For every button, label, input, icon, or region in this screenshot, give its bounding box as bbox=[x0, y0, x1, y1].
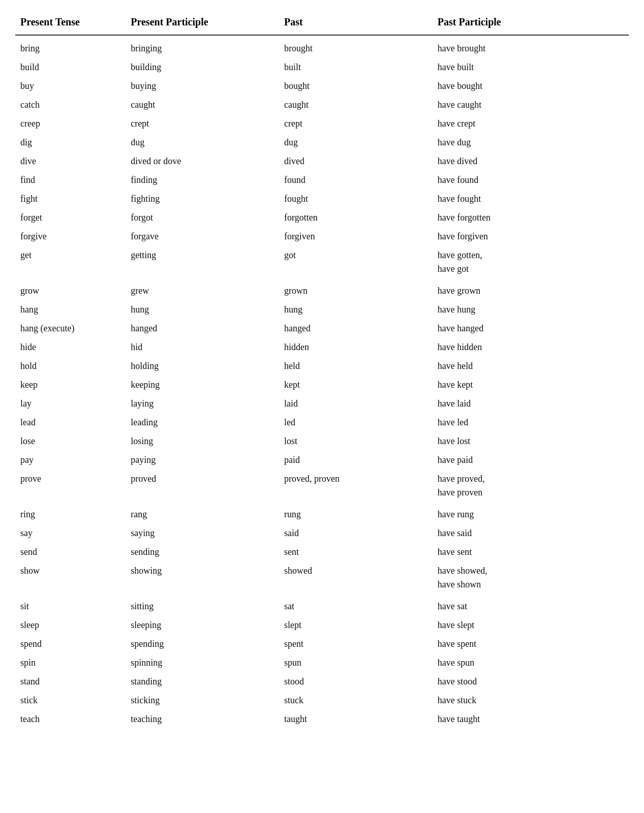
cell-participle: sitting bbox=[126, 597, 279, 616]
cell-participle: finding bbox=[126, 171, 279, 190]
table-row: keepkeepingkepthave kept bbox=[15, 376, 629, 394]
cell-participle: sticking bbox=[126, 691, 279, 710]
cell-participle: holding bbox=[126, 357, 279, 376]
cell-present: hold bbox=[15, 357, 126, 376]
table-row: forgiveforgaveforgivenhave forgiven bbox=[15, 227, 629, 246]
cell-present: lay bbox=[15, 394, 126, 413]
cell-pastpart: have proved,have proven bbox=[433, 470, 629, 502]
cell-past: built bbox=[279, 58, 433, 77]
table-row: sitsittingsathave sat bbox=[15, 597, 629, 616]
cell-participle: grew bbox=[126, 282, 279, 300]
table-row: saysayingsaidhave said bbox=[15, 524, 629, 543]
verb-table: Present Tense Present Participle Past Pa… bbox=[15, 10, 629, 729]
cell-present: keep bbox=[15, 376, 126, 394]
table-row: growgrewgrownhave grown bbox=[15, 282, 629, 300]
table-row: buybuyingboughthave bought bbox=[15, 77, 629, 96]
cell-present: stick bbox=[15, 691, 126, 710]
table-row: holdholdingheldhave held bbox=[15, 357, 629, 376]
cell-past: rung bbox=[279, 505, 433, 524]
cell-present: fight bbox=[15, 190, 126, 208]
cell-present: dig bbox=[15, 133, 126, 152]
cell-participle: losing bbox=[126, 432, 279, 451]
cell-past: grown bbox=[279, 282, 433, 300]
cell-present: dive bbox=[15, 152, 126, 171]
table-row: hang (execute)hangedhangedhave hanged bbox=[15, 319, 629, 338]
cell-pastpart: have paid bbox=[433, 451, 629, 470]
cell-pastpart: have spent bbox=[433, 635, 629, 653]
cell-pastpart: have hanged bbox=[433, 319, 629, 338]
cell-past: fought bbox=[279, 190, 433, 208]
table-row: catchcaughtcaughthave caught bbox=[15, 96, 629, 114]
header-present-participle: Present Participle bbox=[126, 10, 279, 35]
cell-past: got bbox=[279, 246, 433, 278]
cell-participle: standing bbox=[126, 672, 279, 691]
table-row: ringrangrunghave rung bbox=[15, 505, 629, 524]
cell-pastpart: have rung bbox=[433, 505, 629, 524]
cell-pastpart: have taught bbox=[433, 710, 629, 729]
cell-present: buy bbox=[15, 77, 126, 96]
cell-pastpart: have lost bbox=[433, 432, 629, 451]
table-row: findfindingfoundhave found bbox=[15, 171, 629, 190]
cell-past: dived bbox=[279, 152, 433, 171]
table-container: Present Tense Present Participle Past Pa… bbox=[0, 0, 644, 813]
table-row: stickstickingstuckhave stuck bbox=[15, 691, 629, 710]
cell-past: lost bbox=[279, 432, 433, 451]
cell-participle: laying bbox=[126, 394, 279, 413]
table-row: spinspinningspunhave spun bbox=[15, 653, 629, 672]
cell-pastpart: have fought bbox=[433, 190, 629, 208]
cell-pastpart: have forgiven bbox=[433, 227, 629, 246]
cell-participle: teaching bbox=[126, 710, 279, 729]
cell-participle: crept bbox=[126, 114, 279, 133]
cell-present: stand bbox=[15, 672, 126, 691]
cell-present: teach bbox=[15, 710, 126, 729]
cell-pastpart: have laid bbox=[433, 394, 629, 413]
cell-pastpart: have stood bbox=[433, 672, 629, 691]
cell-participle: hid bbox=[126, 338, 279, 357]
cell-pastpart: have said bbox=[433, 524, 629, 543]
cell-present: hang bbox=[15, 300, 126, 319]
cell-participle: hung bbox=[126, 300, 279, 319]
table-row: hanghunghunghave hung bbox=[15, 300, 629, 319]
cell-present: find bbox=[15, 171, 126, 190]
cell-present: show bbox=[15, 561, 126, 594]
cell-participle: spending bbox=[126, 635, 279, 653]
table-row: divedived or dovedivedhave dived bbox=[15, 152, 629, 171]
cell-pastpart: have dug bbox=[433, 133, 629, 152]
cell-participle: caught bbox=[126, 96, 279, 114]
cell-pastpart: have slept bbox=[433, 616, 629, 635]
cell-past: sat bbox=[279, 597, 433, 616]
cell-present: hang (execute) bbox=[15, 319, 126, 338]
cell-present: grow bbox=[15, 282, 126, 300]
table-row: leadleadingledhave led bbox=[15, 413, 629, 432]
cell-pastpart: have gotten,have got bbox=[433, 246, 629, 278]
table-row: proveprovedproved, provenhave proved,hav… bbox=[15, 470, 629, 502]
table-row: laylayinglaidhave laid bbox=[15, 394, 629, 413]
cell-participle: spinning bbox=[126, 653, 279, 672]
table-row: spendspendingspenthave spent bbox=[15, 635, 629, 653]
cell-participle: saying bbox=[126, 524, 279, 543]
cell-present: sleep bbox=[15, 616, 126, 635]
table-row: standstandingstoodhave stood bbox=[15, 672, 629, 691]
cell-participle: bringing bbox=[126, 35, 279, 58]
cell-present: spin bbox=[15, 653, 126, 672]
cell-pastpart: have crept bbox=[433, 114, 629, 133]
table-header-row: Present Tense Present Participle Past Pa… bbox=[15, 10, 629, 35]
cell-pastpart: have grown bbox=[433, 282, 629, 300]
cell-participle: getting bbox=[126, 246, 279, 278]
table-row: paypayingpaidhave paid bbox=[15, 451, 629, 470]
table-row: fightfightingfoughthave fought bbox=[15, 190, 629, 208]
cell-participle: forgave bbox=[126, 227, 279, 246]
cell-pastpart: have held bbox=[433, 357, 629, 376]
cell-participle: fighting bbox=[126, 190, 279, 208]
table-row: teachteachingtaughthave taught bbox=[15, 710, 629, 729]
cell-pastpart: have hung bbox=[433, 300, 629, 319]
cell-past: hanged bbox=[279, 319, 433, 338]
table-row: getgettinggothave gotten,have got bbox=[15, 246, 629, 278]
cell-present: forget bbox=[15, 208, 126, 227]
cell-participle: leading bbox=[126, 413, 279, 432]
cell-participle: paying bbox=[126, 451, 279, 470]
cell-present: forgive bbox=[15, 227, 126, 246]
cell-pastpart: have hidden bbox=[433, 338, 629, 357]
cell-participle: proved bbox=[126, 470, 279, 502]
cell-past: forgotten bbox=[279, 208, 433, 227]
